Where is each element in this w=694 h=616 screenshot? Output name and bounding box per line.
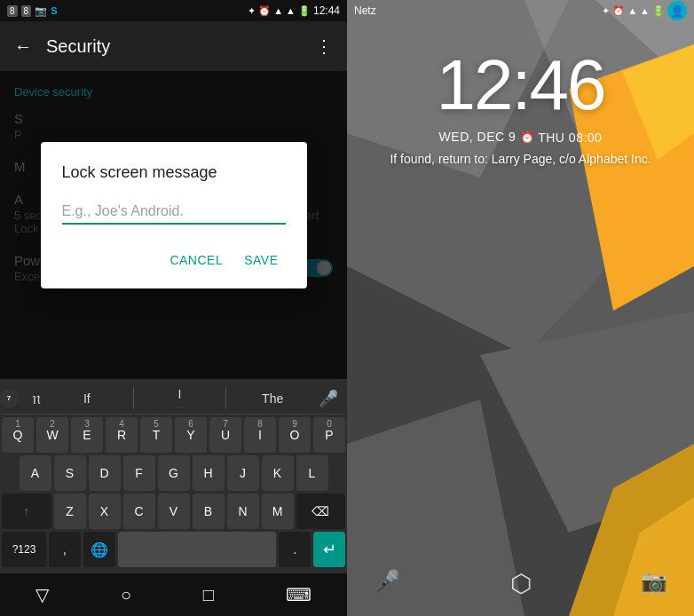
ls-camera-icon[interactable]: 📷 bbox=[641, 569, 667, 598]
alarm-time: THU 08:00 bbox=[538, 130, 602, 145]
lockscreen-time: 12:46 bbox=[347, 44, 694, 126]
save-button[interactable]: SAVE bbox=[237, 246, 285, 274]
keyboard-row-qwerty: 1Q 2W 3E 4R 5T 6Y 7U 8I 9O 0P bbox=[2, 417, 345, 453]
skype-icon: S bbox=[51, 5, 57, 16]
dialog-overlay: Lock screen message CANCEL SAVE bbox=[0, 71, 347, 379]
key-n[interactable]: N bbox=[227, 494, 259, 529]
key-b[interactable]: B bbox=[193, 494, 225, 529]
notification-icon-8b: 8 bbox=[21, 5, 32, 17]
key-space[interactable] bbox=[118, 532, 277, 567]
key-p[interactable]: 0P bbox=[313, 417, 345, 453]
key-q[interactable]: 1Q bbox=[2, 417, 34, 453]
keyboard-row-zxcv: ↑ Z X C V B N M ⌫ bbox=[2, 494, 345, 529]
lock-message-input[interactable] bbox=[62, 200, 286, 223]
page-title: Security bbox=[46, 36, 315, 57]
ls-status-right-icons: ✦ ⏰ ▲ ▲ 🔋 👤 bbox=[602, 1, 687, 20]
key-k[interactable]: K bbox=[262, 455, 294, 491]
lockscreen-date: WED, DEC 9 ⏰ THU 08:00 bbox=[347, 130, 694, 145]
alarm-icon: ⏰ bbox=[258, 5, 271, 17]
alarm-indicator: ⏰ THU 08:00 bbox=[520, 130, 603, 145]
left-panel: 8 8 📷 S ✦ ⏰ ▲ ▲ 🔋 12:44 ← Security ⋮ Dev… bbox=[0, 0, 347, 616]
key-comma[interactable]: , bbox=[49, 532, 81, 567]
nav-keyboard-button[interactable]: ⌨ bbox=[286, 584, 312, 605]
nav-home-button[interactable]: ○ bbox=[121, 585, 131, 605]
nyt-badge: 7 bbox=[0, 389, 19, 408]
key-i[interactable]: 8I bbox=[244, 417, 276, 453]
cancel-button[interactable]: CANCEL bbox=[162, 246, 230, 274]
ls-bluetooth-icon: ✦ bbox=[602, 5, 610, 17]
dialog-input-wrapper bbox=[62, 200, 286, 225]
key-m[interactable]: M bbox=[262, 494, 294, 529]
nav-recent-button[interactable]: □ bbox=[203, 585, 214, 605]
key-s[interactable]: S bbox=[54, 455, 86, 491]
lockscreen-message: If found, return to: Larry Page, c/o Alp… bbox=[347, 152, 694, 166]
dialog-title: Lock screen message bbox=[62, 163, 286, 182]
lock-screen-message-dialog: Lock screen message CANCEL SAVE bbox=[41, 142, 307, 288]
ls-battery-icon: 🔋 bbox=[652, 5, 665, 17]
ls-fingerprint-icon[interactable]: ⬡ bbox=[510, 569, 532, 598]
ls-signal-icon: ▲ bbox=[627, 5, 637, 16]
ls-alarm-icon: ⏰ bbox=[612, 5, 625, 17]
app-bar: ← Security ⋮ bbox=[0, 21, 347, 71]
settings-content: Device security S P M A 5 seconds after … bbox=[0, 71, 347, 379]
lockscreen-bottom-icons: 🎤 ⬡ 📷 bbox=[347, 569, 694, 598]
keyboard: 7 𝔫 If I ... The 🎤 1Q 2W 3E 4R 5T 6Y 7U … bbox=[0, 379, 347, 573]
key-return[interactable]: ↵ bbox=[313, 532, 345, 567]
key-globe[interactable]: 🌐 bbox=[83, 532, 115, 567]
user-avatar[interactable]: 👤 bbox=[667, 1, 687, 20]
keyboard-row-asdf: A S D F G H J K L bbox=[2, 455, 345, 491]
battery-icon: 🔋 bbox=[298, 5, 311, 17]
key-f[interactable]: F bbox=[123, 455, 155, 491]
key-shift[interactable]: ↑ bbox=[2, 494, 51, 529]
key-u[interactable]: 7U bbox=[209, 417, 241, 453]
key-t[interactable]: 5T bbox=[140, 417, 172, 453]
wifi-icon: ▲ bbox=[286, 5, 296, 16]
ls-wifi-icon: ▲ bbox=[640, 5, 650, 16]
carrier-name: Netz bbox=[354, 4, 376, 17]
signal-icon: ▲ bbox=[273, 5, 283, 16]
key-y[interactable]: 6Y bbox=[175, 417, 207, 453]
right-panel: Netz ✦ ⏰ ▲ ▲ 🔋 👤 12:46 WED, DEC 9 ⏰ THU … bbox=[347, 0, 694, 616]
lockscreen-clock: 12:46 WED, DEC 9 ⏰ THU 08:00 If found, r… bbox=[347, 44, 694, 166]
keyboard-suggestions: 7 𝔫 If I ... The 🎤 bbox=[2, 383, 345, 415]
key-v[interactable]: V bbox=[158, 494, 190, 529]
back-button[interactable]: ← bbox=[14, 36, 32, 57]
suggestion-i: I ... bbox=[133, 387, 227, 409]
lockscreen-status-bar: Netz ✦ ⏰ ▲ ▲ 🔋 👤 bbox=[347, 0, 694, 21]
key-l[interactable]: L bbox=[296, 455, 328, 491]
key-a[interactable]: A bbox=[20, 455, 51, 491]
bluetooth-icon: ✦ bbox=[248, 5, 256, 17]
status-bar-right-icons: ✦ ⏰ ▲ ▲ 🔋 12:44 bbox=[248, 4, 340, 17]
keyboard-row-bottom: ?123 , 🌐 . ↵ bbox=[2, 532, 345, 567]
key-r[interactable]: 4R bbox=[106, 417, 138, 453]
key-num-switch[interactable]: ?123 bbox=[2, 532, 46, 567]
dialog-actions: CANCEL SAVE bbox=[62, 246, 286, 281]
key-h[interactable]: H bbox=[193, 455, 225, 491]
suggestion-if[interactable]: If bbox=[41, 391, 133, 406]
key-d[interactable]: D bbox=[89, 455, 121, 491]
camera-icon: 📷 bbox=[35, 5, 47, 17]
key-j[interactable]: J bbox=[227, 455, 259, 491]
key-backspace[interactable]: ⌫ bbox=[296, 494, 346, 529]
status-bar-left: 8 8 📷 S ✦ ⏰ ▲ ▲ 🔋 12:44 bbox=[0, 0, 347, 21]
key-c[interactable]: C bbox=[123, 494, 155, 529]
key-period[interactable]: . bbox=[279, 532, 311, 567]
status-bar-left-icons: 8 8 📷 S bbox=[7, 5, 57, 17]
suggestion-the[interactable]: The bbox=[226, 391, 319, 406]
date-text: WED, DEC 9 bbox=[439, 130, 517, 144]
key-z[interactable]: Z bbox=[54, 494, 86, 529]
ls-mic-icon[interactable]: 🎤 bbox=[374, 569, 400, 598]
alarm-clock-icon: ⏰ bbox=[520, 130, 535, 144]
nav-back-button[interactable]: ▽ bbox=[35, 584, 49, 605]
key-w[interactable]: 2W bbox=[36, 417, 68, 453]
key-g[interactable]: G bbox=[158, 455, 190, 491]
key-e[interactable]: 3E bbox=[71, 417, 103, 453]
key-x[interactable]: X bbox=[89, 494, 121, 529]
mic-icon[interactable]: 🎤 bbox=[319, 389, 338, 408]
nav-bar: ▽ ○ □ ⌨ bbox=[0, 573, 347, 616]
time-display: 12:44 bbox=[313, 4, 340, 17]
notification-icon-8: 8 bbox=[7, 5, 18, 17]
key-o[interactable]: 9O bbox=[279, 417, 311, 453]
more-options-button[interactable]: ⋮ bbox=[315, 36, 333, 57]
